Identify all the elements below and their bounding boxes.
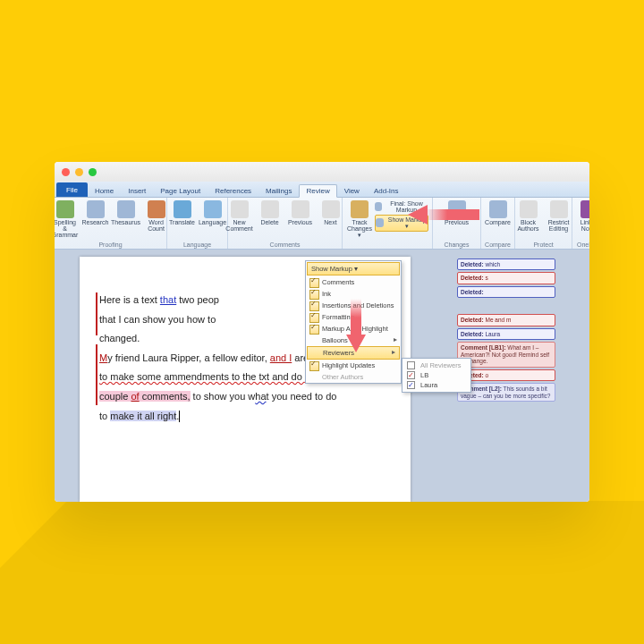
menu-header[interactable]: Show Markup ▾ xyxy=(307,262,400,275)
tab-home[interactable]: Home xyxy=(88,184,121,197)
close-icon[interactable] xyxy=(62,168,70,176)
delete-comment-button[interactable]: Delete xyxy=(257,199,284,226)
tab-view[interactable]: View xyxy=(337,184,367,197)
research-icon xyxy=(87,200,105,218)
group-compare: Compare xyxy=(485,242,511,248)
group-protect: Protect xyxy=(533,242,553,248)
body-text: changed. xyxy=(99,333,140,343)
tab-page-layout[interactable]: Page Layout xyxy=(153,184,208,197)
tab-mailings[interactable]: Mailings xyxy=(258,184,299,197)
body-text: y friend Laura Ripper, a fellow editor, xyxy=(107,352,270,363)
restrict-editing-button[interactable]: Restrict Editing xyxy=(546,199,572,233)
menu-balloons[interactable]: Balloons xyxy=(306,335,401,346)
prev-change-icon xyxy=(448,200,466,218)
deleted-balloon[interactable]: Deleted: Me and m xyxy=(457,314,555,326)
inserted-text: of xyxy=(131,391,139,402)
checkbox-icon: ✓ xyxy=(407,371,415,379)
markup-icon xyxy=(376,218,384,227)
previous-icon xyxy=(292,200,309,218)
track-changes-icon xyxy=(351,200,369,218)
menu-markup-highlight[interactable]: Markup Area Highlight xyxy=(306,323,401,335)
text-cursor-icon xyxy=(179,411,180,422)
new-comment-button[interactable]: New Comment xyxy=(226,199,253,233)
body-text: t you need to do xyxy=(267,391,337,402)
compare-button[interactable]: Compare xyxy=(485,199,512,226)
ribbon-tabs: File Home Insert Page Layout References … xyxy=(55,182,589,198)
body-text: two peop xyxy=(176,294,219,305)
thesaurus-icon xyxy=(117,200,135,218)
block-authors-icon xyxy=(520,200,538,218)
spelling-button[interactable]: Spelling & Grammar xyxy=(55,199,79,239)
inserted-text: M xyxy=(99,352,107,363)
thesaurus-button[interactable]: Thesaurus xyxy=(113,199,140,226)
app-window: File Home Insert Page Layout References … xyxy=(55,162,589,502)
group-onenote: OneNote xyxy=(577,242,589,248)
comment-balloon[interactable]: Comment [LB1]: What am I – American?! No… xyxy=(457,342,555,367)
group-language: Language xyxy=(183,242,211,248)
ribbon: Spelling & Grammar Research Thesaurus Wo… xyxy=(55,198,589,250)
group-changes: Changes xyxy=(444,242,469,248)
inserted-text: that xyxy=(160,294,176,305)
reviewer-lb[interactable]: ✓LB xyxy=(404,370,469,380)
translate-icon xyxy=(174,200,191,218)
reviewer-laura[interactable]: ✓Laura xyxy=(404,380,469,390)
tab-insert[interactable]: Insert xyxy=(121,184,153,197)
highlighted-text: make it all right xyxy=(110,411,176,421)
tab-file[interactable]: File xyxy=(56,182,88,197)
checkbox-icon: ✓ xyxy=(407,381,415,389)
research-button[interactable]: Research xyxy=(82,199,109,226)
next-icon xyxy=(322,200,340,218)
reviewer-all[interactable]: All Reviewers xyxy=(404,360,469,370)
comment-balloon[interactable]: Comment [L2]: This sounds a bit vague – … xyxy=(457,383,555,402)
translate-button[interactable]: Translate xyxy=(169,199,196,226)
group-comments: Comments xyxy=(270,242,301,248)
block-authors-button[interactable]: Block Authors xyxy=(515,199,542,233)
body-text: to show you w xyxy=(191,391,256,402)
menu-reviewers[interactable]: Reviewers xyxy=(307,346,400,360)
deleted-balloon[interactable]: Deleted: xyxy=(457,286,555,298)
restrict-icon xyxy=(550,200,568,218)
linked-notes-button[interactable]: Linked Notes xyxy=(576,199,589,233)
highlighted-text: comments, xyxy=(140,391,191,402)
track-changes-button[interactable]: Track Changes ▾ xyxy=(346,199,373,240)
menu-highlight-updates[interactable]: Highlight Updates xyxy=(306,360,401,371)
wordcount-icon xyxy=(148,200,165,218)
menu-insertions-deletions[interactable]: Insertions and Deletions xyxy=(306,300,401,311)
body-text: to xyxy=(99,411,110,421)
tab-review[interactable]: Review xyxy=(299,184,336,198)
menu-comments[interactable]: Comments xyxy=(306,276,401,288)
doc-icon xyxy=(375,202,382,211)
deleted-balloon[interactable]: Deleted: o xyxy=(457,369,555,381)
language-icon xyxy=(204,200,222,218)
deleted-balloon[interactable]: Deleted: Laura xyxy=(457,328,555,340)
document-area: Show Markup ▾ Comments Ink Insertions an… xyxy=(55,250,589,502)
body-text: to make some ammendments to the txt and … xyxy=(99,371,305,382)
spellcheck-icon xyxy=(56,200,74,218)
new-comment-icon xyxy=(231,200,249,218)
prev-comment-button[interactable]: Previous xyxy=(287,199,314,226)
next-comment-button[interactable]: Next xyxy=(318,199,344,226)
onenote-icon xyxy=(580,200,589,218)
tab-addins[interactable]: Add-Ins xyxy=(367,184,406,197)
delete-icon xyxy=(261,200,279,218)
language-button[interactable]: Language xyxy=(199,199,226,226)
markup-margin: Deleted: which Deleted: s Deleted: Delet… xyxy=(457,258,555,502)
tab-references[interactable]: References xyxy=(208,184,258,197)
wordcount-button[interactable]: Word Count xyxy=(143,199,170,233)
zoom-icon[interactable] xyxy=(89,168,97,176)
body-text: Here is a text xyxy=(99,294,160,305)
show-markup-dropdown[interactable]: Show Markup ▾ xyxy=(375,215,428,232)
display-mode-dropdown[interactable]: Final: Show Markup xyxy=(375,199,428,214)
highlighted-text: couple xyxy=(99,391,131,402)
reviewers-submenu: All Reviewers ✓LB ✓Laura xyxy=(402,358,471,393)
body-text: ha xyxy=(255,391,266,402)
group-proofing: Proofing xyxy=(98,242,122,248)
menu-formatting[interactable]: Formatting xyxy=(306,311,401,323)
minimize-icon[interactable] xyxy=(75,168,83,176)
checkbox-icon xyxy=(407,361,415,369)
deleted-balloon[interactable]: Deleted: s xyxy=(457,272,555,284)
menu-other-authors[interactable]: Other Authors xyxy=(306,371,401,383)
menu-ink[interactable]: Ink xyxy=(306,288,401,300)
prev-change-button[interactable]: Previous xyxy=(436,199,478,226)
deleted-balloon[interactable]: Deleted: which xyxy=(457,258,555,270)
